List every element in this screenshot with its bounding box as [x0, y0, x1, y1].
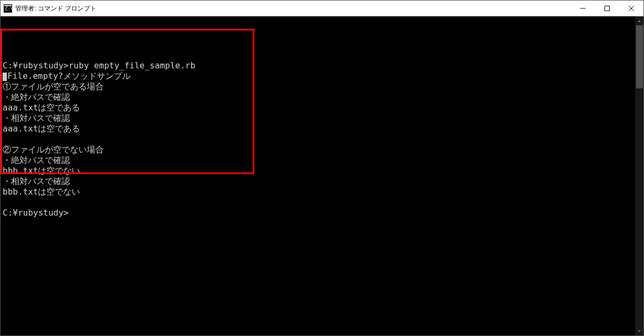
scroll-up-button[interactable] — [635, 16, 643, 25]
titlebar: C:\ 管理者: コマンド プロンプト — [1, 1, 643, 16]
svg-rect-4 — [605, 6, 610, 11]
svg-marker-7 — [638, 20, 641, 22]
content-wrap: C:¥rubystudy>ruby empty_file_sample.rbFi… — [1, 16, 643, 335]
window-controls — [571, 1, 643, 16]
terminal-line: ・絶対パスで確認 — [3, 155, 635, 166]
svg-rect-1 — [4, 5, 12, 6]
terminal-line: ・相対パスで確認 — [3, 176, 635, 187]
close-button[interactable] — [619, 1, 643, 16]
terminal-line: aaa.txtは空である — [3, 103, 635, 113]
scroll-down-button[interactable] — [635, 327, 643, 335]
terminal-line: ②ファイルが空でない場合 — [3, 145, 635, 155]
terminal-line — [3, 134, 635, 145]
minimize-button[interactable] — [571, 1, 595, 16]
terminal-line: bbb.txtは空でない — [3, 166, 635, 176]
cmd-window: C:\ 管理者: コマンド プロンプト C:¥rubystudy>ruby em… — [0, 0, 644, 336]
terminal-line: aaa.txtは空である — [3, 124, 635, 134]
cmd-icon: C:\ — [4, 4, 12, 13]
vertical-scrollbar[interactable] — [635, 16, 643, 335]
terminal-line: C:¥rubystudy>ruby empty_file_sample.rb — [3, 60, 635, 71]
svg-marker-8 — [638, 330, 641, 332]
terminal-text: File.empty?メソッドサンプル — [7, 71, 131, 81]
terminal-area[interactable]: C:¥rubystudy>ruby empty_file_sample.rbFi… — [1, 16, 635, 335]
window-title: 管理者: コマンド プロンプト — [15, 4, 96, 13]
block-cursor-icon — [3, 73, 7, 81]
terminal-line: ・相対パスで確認 — [3, 113, 635, 124]
terminal-line: C:¥rubystudy> — [3, 208, 635, 218]
maximize-button[interactable] — [595, 1, 619, 16]
scroll-thumb[interactable] — [636, 25, 643, 88]
terminal-line: ①ファイルが空である場合 — [3, 82, 635, 92]
svg-text:C:\: C:\ — [5, 7, 12, 12]
terminal-line: ・絶対パスで確認 — [3, 92, 635, 103]
terminal-line — [3, 50, 635, 60]
terminal-line: File.empty?メソッドサンプル — [3, 71, 635, 82]
terminal-line: bbb.txtは空でない — [3, 187, 635, 197]
terminal-line — [3, 197, 635, 208]
